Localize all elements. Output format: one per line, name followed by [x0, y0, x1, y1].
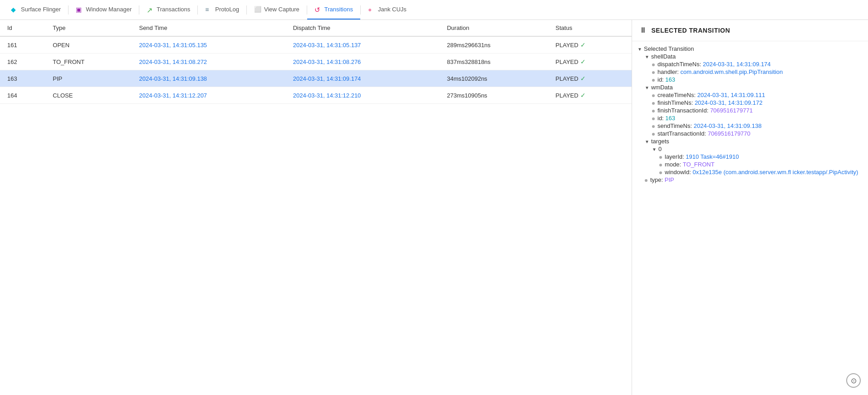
- window-id-val: 0x12e135e (com.android.server.wm.fl icke…: [692, 169, 858, 176]
- cell-dispatch-time: 2024-03-31, 14:31:08.276: [286, 54, 440, 70]
- cell-send-time: 2024-03-31, 14:31:12.207: [132, 87, 285, 104]
- col-header-status: Status: [548, 20, 632, 36]
- dot-wm-id: [652, 117, 655, 120]
- transitions-table: Id Type Send Time Dispatch Time Duration…: [0, 20, 632, 104]
- check-icon: ✓: [580, 75, 586, 82]
- table-row[interactable]: 161 OPEN 2024-03-31, 14:31:05.135 2024-0…: [0, 36, 632, 54]
- cell-dispatch-time: 2024-03-31, 14:31:09.174: [286, 70, 440, 87]
- table-row[interactable]: 164 CLOSE 2024-03-31, 14:31:12.207 2024-…: [0, 87, 632, 104]
- tab-window-manager[interactable]: ▣ Window Manager: [69, 0, 139, 20]
- tree-node-wm-data[interactable]: ▼ wmData: [632, 83, 868, 91]
- col-header-dispatch-time: Dispatch Time: [286, 20, 440, 36]
- create-time-ns-key: createTimeNs:: [657, 92, 696, 98]
- dot-finish-time-ns: [652, 102, 655, 105]
- layer-id-key: layerId:: [665, 153, 684, 160]
- layer-id-val: 1910 Task=46#1910: [686, 153, 739, 160]
- cell-id: 162: [0, 54, 45, 70]
- check-icon: ✓: [580, 92, 586, 99]
- cell-id: 163: [0, 70, 45, 87]
- cell-duration: 837ms328818ns: [440, 54, 548, 70]
- dot-type: [645, 179, 647, 182]
- dot-start-transaction-id: [652, 133, 655, 136]
- tree-node-dispatch-time-ns: dispatchTimeNs: 2024-03-31, 14:31:09.174: [632, 60, 868, 68]
- expand-targets[interactable]: ▼: [645, 139, 651, 144]
- mode-key: mode:: [665, 161, 681, 168]
- expand-wm-data[interactable]: ▼: [645, 85, 651, 90]
- target-0-label: 0: [658, 146, 662, 152]
- tree-node-selected-transition[interactable]: ▼ Selected Transition: [632, 45, 868, 53]
- cell-status: PLAYED ✓: [548, 87, 632, 104]
- expand-selected-transition[interactable]: ▼: [638, 47, 644, 52]
- cell-dispatch-time: 2024-03-31, 14:31:05.137: [286, 36, 440, 54]
- cell-duration: 273ms10905ns: [440, 87, 548, 104]
- create-time-ns-val: 2024-03-31, 14:31:09.111: [697, 92, 765, 98]
- cell-type: PIP: [45, 70, 132, 87]
- table-panel: Id Type Send Time Dispatch Time Duration…: [0, 20, 632, 395]
- dot-finish-transaction-id: [652, 110, 655, 112]
- col-header-duration: Duration: [440, 20, 548, 36]
- tree-node-shell-data[interactable]: ▼ shellData: [632, 53, 868, 60]
- tree-node-finish-time-ns: finishTimeNs: 2024-03-31, 14:31:09.172: [632, 99, 868, 107]
- send-time-ns-key: sendTimeNs:: [657, 122, 692, 129]
- dispatch-time-ns-key: dispatchTimeNs:: [657, 61, 701, 68]
- dot-mode: [659, 164, 662, 166]
- finish-transaction-id-key: finishTransactionId:: [657, 107, 708, 114]
- expand-target-0[interactable]: ▼: [652, 147, 658, 152]
- cell-id: 164: [0, 87, 45, 104]
- cell-dispatch-time: 2024-03-31, 14:31:12.210: [286, 87, 440, 104]
- mode-val: TO_FRONT: [683, 161, 715, 168]
- right-panel: ⏸ SELECTED TRANSITION ▼ Selected Transit…: [632, 20, 868, 395]
- cell-type: OPEN: [45, 36, 132, 54]
- tree-node-create-time-ns: createTimeNs: 2024-03-31, 14:31:09.111: [632, 91, 868, 99]
- status-label: PLAYED: [555, 42, 578, 49]
- type-val: PIP: [665, 176, 674, 183]
- panel-header: ⏸ SELECTED TRANSITION: [632, 20, 868, 41]
- col-header-send-time: Send Time: [132, 20, 285, 36]
- proto-log-icon: ≡: [205, 6, 212, 13]
- shell-id-key: id:: [657, 76, 664, 83]
- tab-transactions[interactable]: ↗ Transactions: [139, 0, 197, 20]
- view-capture-icon: ⬜: [254, 6, 261, 13]
- tab-transitions[interactable]: ↺ Transitions: [307, 0, 360, 20]
- tab-jank-cujs[interactable]: ● Jank CUJs: [361, 0, 414, 20]
- status-label: PLAYED: [555, 75, 578, 82]
- tab-view-capture[interactable]: ⬜ View Capture: [247, 0, 307, 20]
- tab-surface-flinger[interactable]: ◆ Surface Flinger: [4, 0, 68, 20]
- cell-id: 161: [0, 36, 45, 54]
- tree-node-layer-id: layerId: 1910 Task=46#1910: [632, 153, 868, 161]
- start-transaction-id-val: 7069516179770: [708, 130, 750, 137]
- tree-node-window-id: windowId: 0x12e135e (com.android.server.…: [632, 168, 868, 176]
- transitions-icon: ↺: [314, 6, 322, 13]
- dot-create-time-ns: [652, 94, 655, 97]
- tab-label-transitions: Transitions: [324, 6, 353, 13]
- dot-shell-id: [652, 79, 655, 82]
- tree-node-start-transaction-id: startTransactionId: 7069516179770: [632, 130, 868, 137]
- type-key: type:: [650, 176, 663, 183]
- tree-node-targets[interactable]: ▼ targets: [632, 137, 868, 145]
- send-time-ns-val: 2024-03-31, 14:31:09.138: [694, 122, 762, 129]
- cell-status: PLAYED ✓: [548, 54, 632, 70]
- tree-node-wm-id: id: 163: [632, 114, 868, 122]
- table-header-row: Id Type Send Time Dispatch Time Duration…: [0, 20, 632, 36]
- wm-data-label: wmData: [651, 84, 673, 91]
- dot-window-id: [659, 171, 662, 174]
- table-row[interactable]: 162 TO_FRONT 2024-03-31, 14:31:08.272 20…: [0, 54, 632, 70]
- expand-shell-data[interactable]: ▼: [645, 54, 651, 59]
- panel-title: SELECTED TRANSITION: [652, 27, 731, 34]
- shell-id-val: 163: [665, 76, 675, 83]
- cell-duration: 34ms102092ns: [440, 70, 548, 87]
- table-row[interactable]: 163 PIP 2024-03-31, 14:31:09.138 2024-03…: [0, 70, 632, 87]
- tab-label-view-capture: View Capture: [264, 6, 299, 13]
- tab-label-transactions: Transactions: [157, 6, 190, 13]
- window-manager-icon: ▣: [76, 6, 83, 13]
- tab-proto-log[interactable]: ≡ ProtoLog: [198, 0, 246, 20]
- navigate-button[interactable]: ⊙: [846, 373, 861, 388]
- tree-node-shell-id: id: 163: [632, 76, 868, 83]
- tree-node-send-time-ns: sendTimeNs: 2024-03-31, 14:31:09.138: [632, 122, 868, 130]
- finish-transaction-id-val: 7069516179771: [710, 107, 753, 114]
- transactions-icon: ↗: [147, 6, 154, 13]
- finish-time-ns-val: 2024-03-31, 14:31:09.172: [695, 99, 763, 106]
- tab-label-window-manager: Window Manager: [86, 6, 132, 13]
- tree-node-target-0[interactable]: ▼ 0: [632, 145, 868, 153]
- col-header-id: Id: [0, 20, 45, 36]
